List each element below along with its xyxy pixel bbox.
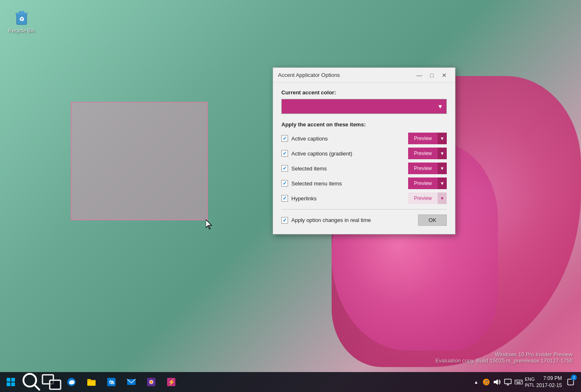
checkbox-left-active-captions-gradient: Active captions (gradient): [281, 150, 352, 157]
taskbar-app-explorer[interactable]: [81, 372, 101, 392]
svg-text:♻: ♻: [19, 16, 24, 22]
taskbar-app-6[interactable]: ⚡: [161, 372, 181, 392]
svg-rect-2: [19, 11, 24, 13]
minimize-button[interactable]: —: [414, 71, 425, 80]
system-tray-expand[interactable]: ▲: [473, 378, 480, 386]
svg-rect-33: [517, 381, 518, 382]
checkbox-left-selected-menu-items: Selected menu items: [281, 180, 342, 187]
svg-rect-6: [11, 378, 15, 382]
row-selected-items: Selected items Preview ▼: [281, 163, 447, 174]
svg-rect-7: [7, 382, 10, 386]
svg-rect-28: [505, 379, 511, 384]
svg-text:🎵: 🎵: [484, 380, 489, 385]
checkbox-active-captions[interactable]: [281, 135, 288, 142]
close-button[interactable]: ✕: [438, 71, 450, 80]
checkbox-hyperlinks[interactable]: [281, 195, 288, 202]
preview-btn-active-captions-gradient[interactable]: Preview ▼: [408, 148, 447, 159]
accent-applicator-dialog: Accent Applicator Options — □ ✕ Current …: [273, 67, 455, 234]
taskbar-app-photos[interactable]: [141, 372, 161, 392]
maximize-button[interactable]: □: [426, 71, 438, 80]
row-selected-menu-items: Selected menu items Preview ▼: [281, 178, 447, 189]
checkbox-active-captions-gradient[interactable]: [281, 150, 288, 157]
checkbox-selected-items[interactable]: [281, 165, 288, 172]
preview-btn-selected-menu-items[interactable]: Preview ▼: [408, 178, 447, 189]
taskbar: 🛍 ⚡ ▲: [0, 372, 581, 392]
preview-btn-selected-items[interactable]: Preview ▼: [408, 163, 447, 174]
taskbar-brand-icon[interactable]: 🎵: [482, 377, 491, 387]
taskbar-time: 7:09 PM: [537, 375, 562, 382]
task-view-button[interactable]: [42, 372, 62, 392]
svg-rect-34: [519, 381, 520, 382]
preview-main-active-captions[interactable]: Preview: [408, 133, 438, 144]
svg-rect-1: [16, 13, 27, 15]
label-apply-realtime: Apply option changes in real time: [291, 217, 371, 223]
bottom-row: Apply option changes in real time OK: [281, 214, 447, 226]
preview-arrow-hyperlinks[interactable]: ▼: [438, 192, 447, 204]
preview-main-hyperlinks[interactable]: Preview: [408, 192, 438, 204]
svg-rect-5: [7, 378, 10, 382]
accent-color-dropdown[interactable]: ▼: [281, 99, 447, 114]
apply-accent-label: Apply the accent on these items:: [281, 121, 447, 128]
svg-rect-31: [515, 380, 522, 384]
svg-rect-14: [87, 380, 96, 386]
keyboard-icon[interactable]: [514, 377, 523, 387]
apply-realtime-container: Apply option changes in real time: [281, 217, 371, 224]
volume-icon[interactable]: [492, 377, 502, 387]
dialog-titlebar: Accent Applicator Options — □ ✕: [273, 68, 455, 83]
ok-button[interactable]: OK: [418, 214, 447, 226]
taskbar-app-edge[interactable]: [62, 372, 81, 392]
dialog-controls: — □ ✕: [414, 71, 450, 80]
preview-arrow-selected-items[interactable]: ▼: [438, 163, 447, 174]
language-line1: ENG: [525, 376, 535, 382]
recycle-bin-graphic: ♻: [12, 6, 32, 26]
preview-arrow-active-captions-gradient[interactable]: ▼: [438, 148, 447, 159]
svg-rect-16: [87, 380, 96, 381]
preview-btn-active-captions[interactable]: Preview ▼: [408, 133, 447, 144]
preview-arrow-active-captions[interactable]: ▼: [438, 133, 447, 144]
svg-rect-8: [11, 382, 15, 386]
preview-main-active-captions-gradient[interactable]: Preview: [408, 148, 438, 159]
taskbar-app-store[interactable]: 🛍: [101, 372, 121, 392]
notifications-button[interactable]: 2: [564, 372, 578, 392]
svg-text:⚡: ⚡: [168, 379, 175, 386]
taskbar-date: 2017-02-15: [537, 382, 562, 389]
label-selected-menu-items: Selected menu items: [291, 180, 342, 187]
search-button[interactable]: [22, 372, 42, 392]
svg-point-22: [150, 381, 153, 383]
taskbar-app-mail[interactable]: [121, 372, 141, 392]
recycle-bin-label: Recycle Bin: [8, 28, 34, 34]
label-active-captions: Active captions: [291, 136, 327, 142]
row-active-captions: Active captions Preview ▼: [281, 133, 447, 144]
display-icon[interactable]: [503, 377, 512, 387]
preview-main-selected-menu-items[interactable]: Preview: [408, 178, 438, 189]
watermark-line2: Evaluation copy. Build 15025.rs_prerelea…: [436, 357, 573, 364]
svg-marker-4: [206, 219, 212, 229]
current-accent-label: Current accent color:: [281, 89, 447, 96]
preview-arrow-selected-menu-items[interactable]: ▼: [438, 178, 447, 189]
watermark: Windows 10 Pro Insider Preview Evaluatio…: [436, 351, 573, 364]
taskbar-clock[interactable]: 7:09 PM 2017-02-15: [537, 375, 562, 389]
checkbox-left-active-captions: Active captions: [281, 135, 327, 142]
taskbar-right: ▲ 🎵: [473, 372, 581, 392]
row-hyperlinks: Hyperlinks Preview ▼: [281, 192, 447, 204]
svg-rect-32: [516, 381, 517, 382]
recycle-bin-icon[interactable]: ♻ Recycle Bin: [6, 4, 37, 36]
svg-text:🛍: 🛍: [109, 379, 114, 385]
notification-badge: 2: [571, 375, 577, 380]
svg-rect-35: [521, 381, 522, 382]
dialog-title: Accent Applicator Options: [278, 72, 340, 78]
watermark-line1: Windows 10 Pro Insider Preview: [436, 351, 573, 357]
checkbox-apply-realtime[interactable]: [281, 217, 288, 224]
preview-main-selected-items[interactable]: Preview: [408, 163, 438, 174]
checkbox-selected-menu-items[interactable]: [281, 180, 288, 187]
dropdown-arrow-icon: ▼: [437, 103, 443, 110]
start-button[interactable]: [0, 372, 22, 392]
svg-point-9: [23, 374, 36, 387]
svg-rect-36: [517, 382, 521, 383]
mouse-cursor: [206, 219, 214, 229]
svg-rect-12: [50, 380, 61, 390]
preview-btn-hyperlinks[interactable]: Preview ▼: [408, 192, 447, 204]
language-indicator[interactable]: ENG INTL: [525, 376, 535, 388]
divider: [281, 209, 447, 210]
label-hyperlinks: Hyperlinks: [291, 195, 317, 202]
